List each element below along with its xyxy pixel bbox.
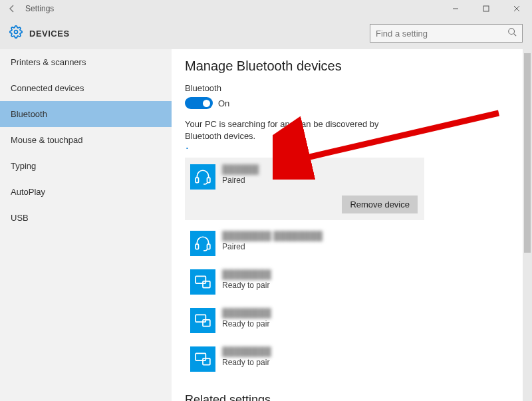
sidebar-item-bluetooth[interactable]: Bluetooth xyxy=(0,101,172,127)
svg-rect-15 xyxy=(196,354,205,361)
device-name: ██████ xyxy=(222,164,259,174)
searching-spinner-icon: • xyxy=(186,145,509,151)
page-header: DEVICES xyxy=(0,17,532,49)
device-status: Paired xyxy=(222,242,323,251)
sidebar-item-mouse-touchpad[interactable]: Mouse & touchpad xyxy=(0,127,172,153)
window-title: Settings xyxy=(25,4,440,13)
minimize-button[interactable] xyxy=(440,0,471,17)
device-item-selected[interactable]: ██████ Paired Remove device xyxy=(185,158,424,220)
sidebar-item-autoplay[interactable]: AutoPlay xyxy=(0,179,172,205)
discovery-text: Your PC is searching for and can be disc… xyxy=(185,118,404,142)
window-titlebar: Settings xyxy=(0,0,532,17)
device-name: ████████ ████████ xyxy=(222,231,323,241)
sidebar-item-connected-devices[interactable]: Connected devices xyxy=(0,75,172,101)
main-area: Printers & scanners Connected devices Bl… xyxy=(0,49,532,401)
svg-line-6 xyxy=(514,34,517,37)
search-box[interactable] xyxy=(370,24,523,43)
back-button[interactable] xyxy=(4,1,20,17)
monitor-device-icon xyxy=(190,308,215,333)
device-status: Ready to pair xyxy=(222,358,271,367)
sidebar-item-typing[interactable]: Typing xyxy=(0,153,172,179)
sidebar: Printers & scanners Connected devices Bl… xyxy=(0,49,172,401)
remove-device-button[interactable]: Remove device xyxy=(342,196,418,213)
monitor-device-icon xyxy=(190,346,215,372)
svg-rect-16 xyxy=(203,358,210,365)
device-item[interactable]: ████████ Ready to pair xyxy=(185,340,509,378)
device-status: Paired xyxy=(222,176,259,185)
device-item[interactable]: ████████ Ready to pair xyxy=(185,301,509,340)
scrollbar-thumb[interactable] xyxy=(524,53,531,253)
svg-rect-12 xyxy=(203,281,210,288)
device-name: ████████ xyxy=(222,346,271,356)
svg-rect-7 xyxy=(196,178,198,183)
device-name: ████████ xyxy=(222,308,271,318)
search-input[interactable] xyxy=(376,29,502,39)
related-settings-heading: Related settings xyxy=(185,393,509,401)
toggle-state-label: On xyxy=(218,98,229,108)
svg-point-5 xyxy=(509,29,515,35)
bluetooth-toggle[interactable] xyxy=(185,97,213,109)
device-status: Ready to pair xyxy=(222,319,271,329)
svg-rect-9 xyxy=(196,244,198,249)
svg-rect-13 xyxy=(196,315,205,323)
device-item[interactable]: ████████ Ready to pair xyxy=(185,263,509,301)
device-name: ████████ xyxy=(222,269,271,279)
window-controls xyxy=(440,0,532,17)
svg-rect-8 xyxy=(207,178,210,183)
svg-rect-14 xyxy=(203,320,210,327)
monitor-device-icon xyxy=(190,269,215,295)
device-item[interactable]: ████████ ████████ Paired xyxy=(185,224,509,263)
headset-icon xyxy=(190,231,215,256)
svg-rect-10 xyxy=(207,244,210,249)
svg-rect-11 xyxy=(196,277,205,284)
sidebar-item-printers-scanners[interactable]: Printers & scanners xyxy=(0,49,172,75)
headset-icon xyxy=(190,164,215,190)
page-title: DEVICES xyxy=(29,29,70,39)
gear-icon xyxy=(9,25,23,41)
svg-point-4 xyxy=(15,31,18,34)
bluetooth-label: Bluetooth xyxy=(185,83,509,93)
scrollbar[interactable] xyxy=(523,49,532,401)
content-heading: Manage Bluetooth devices xyxy=(185,59,509,74)
sidebar-item-usb[interactable]: USB xyxy=(0,205,172,231)
close-button[interactable] xyxy=(501,0,532,17)
search-icon xyxy=(507,27,517,39)
content: Manage Bluetooth devices Bluetooth On Yo… xyxy=(172,49,523,401)
svg-rect-1 xyxy=(483,6,489,11)
device-status: Ready to pair xyxy=(222,281,271,290)
maximize-button[interactable] xyxy=(471,0,501,17)
